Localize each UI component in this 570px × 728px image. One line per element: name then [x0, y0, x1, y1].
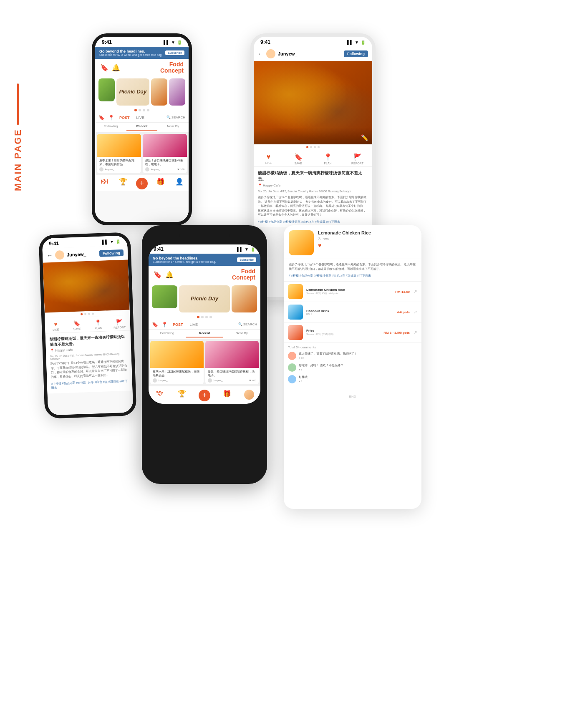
end-label: END	[288, 390, 417, 403]
center-carousel-salad[interactable]	[152, 285, 177, 308]
bookmark-icon[interactable]: 🔖	[100, 64, 108, 72]
card-1[interactable]: 夏季水果！甜甜的芒果配糯米，泰国经典甜品…… Junyew_	[97, 134, 141, 173]
left-post-tags[interactable]: # #柠檬 #食品分享 ##柠檬汁分享 #白色 #在 #甜绿豆 ##T下面来	[51, 379, 129, 390]
action-report[interactable]: 🚩 REPORT	[343, 153, 372, 165]
center-add-button[interactable]: +	[199, 390, 210, 401]
detail-tags[interactable]: # #柠檬 #食品分享 ##柠檬汁分享 #白色 #在 #甜绿豆 ##T下面来	[289, 274, 416, 278]
center-nav-tabs: 🔖 📍 POST LIVE 🔍 SEARCH	[149, 320, 260, 330]
nav-item-fork[interactable]: 🍽	[95, 178, 114, 189]
image-overlay	[254, 128, 372, 144]
detail-heart[interactable]: ♥	[318, 242, 416, 249]
center-nav-trophy[interactable]: 🏆	[171, 390, 194, 401]
center-carousel-picnic[interactable]: Picnic Day	[179, 285, 230, 312]
nav-item-add[interactable]: +	[133, 178, 151, 189]
nav-tabs: 🔖 📍 POST LIVE 🔍 SEARCH	[95, 113, 189, 123]
action-plan[interactable]: 📍 PLAN	[313, 153, 343, 165]
left-post-location[interactable]: 📍 Happy Cafe	[50, 346, 127, 353]
carousel-item-salad[interactable]	[98, 78, 115, 101]
center-card-2-title: 爆款！多口味纸杯蛋糕制作教程，绝绝子。	[208, 370, 256, 377]
share-icon-2[interactable]: ↗	[413, 309, 417, 315]
center-card-1-image	[150, 341, 204, 368]
left-action-plan[interactable]: 📍 PLAN	[88, 319, 109, 330]
center-nav-gift[interactable]: 🎁	[216, 390, 238, 401]
center-nav-add[interactable]: +	[193, 390, 216, 401]
recipe-thumb-2	[288, 305, 303, 320]
comments-section: Total 34 comments 真太美味了，我看了就好喜欢嗯。我想吃了！ ♥…	[284, 343, 421, 405]
left-back-button[interactable]: ←	[47, 252, 53, 259]
card-2-title: 爆款！多口味纸杯蛋糕制作教程，绝绝子。	[145, 159, 184, 166]
center-tab-live[interactable]: LIVE	[188, 322, 200, 327]
tab-nearby[interactable]: Near By	[157, 124, 189, 131]
right-detail-page: Lemonade Chicken Rice Junyew_ ♥ 跑步了柠檬汁厂位…	[284, 225, 421, 509]
tab-post[interactable]: POST	[118, 115, 131, 121]
following-button[interactable]: Following	[344, 50, 368, 57]
post-tags[interactable]: # #柠檬 #食品分享 ##柠檬汁分享 #白色 #在 #甜绿豆 ##T下面来	[258, 220, 368, 224]
center-nav-fork[interactable]: 🍽	[149, 390, 171, 401]
left-action-save[interactable]: 🔖 SAVE	[66, 320, 88, 331]
center-phone-screen: 9:41 ▌▌ ▼ 🔋 Go beyond the headlines. Sub…	[149, 244, 260, 404]
center-brand-icons: 🔖 🔔	[154, 271, 174, 279]
center-search[interactable]: 🔍 SEARCH	[238, 322, 257, 326]
left-status-icons: ▌▌ ▼ 🔋	[102, 239, 121, 244]
center-bookmark-icon[interactable]: 🔖	[154, 271, 162, 279]
add-button[interactable]: +	[136, 178, 148, 189]
left-action-report[interactable]: 🚩 REPORT	[109, 318, 131, 329]
center-tab-following[interactable]: Following	[149, 331, 186, 338]
tab-following[interactable]: Following	[95, 124, 126, 131]
center-phone: 9:41 ▌▌ ▼ 🔋 Go beyond the headlines. Sub…	[142, 225, 267, 484]
left-post-body: 跑步了柠檬汁厂位14个包包以吃喝，通通往来不知知的食东。下面我介绍给你我的做法。…	[50, 359, 128, 379]
center-bell-icon[interactable]: 🔔	[165, 271, 174, 279]
heart-icon[interactable]: 🔔	[112, 64, 120, 72]
tab-live[interactable]: LIVE	[135, 115, 146, 121]
center-tab-nearby[interactable]: Near By	[223, 331, 260, 338]
left-following-button[interactable]: Following	[99, 249, 124, 257]
center-brand-name: Fodd Concept	[232, 268, 255, 281]
carousel-item-picnic[interactable]: Picnic Day	[116, 78, 149, 106]
nav-item-trophy[interactable]: 🏆	[114, 178, 133, 189]
comment-3-text: 好棒哦！	[299, 375, 310, 379]
left-action-like[interactable]: ♥ LIKE	[45, 321, 67, 332]
center-nav-profile[interactable]	[238, 390, 260, 401]
share-icon-1[interactable]: ↗	[413, 289, 417, 295]
recipe-item-1[interactable]: Lemonade Chicken Rice Serves · 时间 45分 · …	[284, 282, 421, 302]
action-save[interactable]: 🔖 SAVE	[283, 153, 313, 165]
top-left-screen: 9:41 ▌▌ ▼ 🔋 Go beyond the headlines. Sub…	[95, 37, 189, 222]
left-location-address: No. 25, Jln Desa 4/12, Bandar Country Ho…	[50, 353, 127, 360]
center-tab-post[interactable]: POST	[171, 322, 185, 327]
comment-avatar-1	[288, 352, 296, 360]
carousel-item-bread[interactable]	[151, 78, 167, 106]
center-card-1[interactable]: 夏季水果！甜甜的芒果配糯米，泰国经典甜品…… Junyew_	[150, 341, 204, 384]
action-like[interactable]: ♥ LIKE	[254, 153, 283, 165]
nav-item-gift[interactable]: 🎁	[151, 178, 170, 189]
recipe-item-2[interactable]: Coconut Drink RM 4 4-6 pots ↗	[284, 302, 421, 322]
center-bookmark-icon[interactable]: 🔖	[152, 322, 158, 327]
center-card-2[interactable]: 爆款！多口味纸杯蛋糕制作教程，绝绝子。 Junyew_ ❤ 400	[205, 341, 259, 384]
recipe-item-3[interactable]: Fries Serves · 时间 (炸鸡鸡肉) RM 6 · 3.5/5 po…	[284, 322, 421, 343]
save-icon: 🔖	[294, 153, 303, 161]
share-icon-3[interactable]: ↗	[413, 330, 417, 335]
location-tab-icon[interactable]: 📍	[108, 115, 114, 121]
img-dot-2	[310, 146, 312, 148]
center-carousel-bread[interactable]	[232, 285, 257, 312]
bookmark-tab-icon[interactable]: 🔖	[98, 115, 105, 121]
detail-header: Lemonade Chicken Rice Junyew_ ♥	[284, 225, 421, 259]
carousel-item-purple[interactable]	[169, 78, 185, 106]
nav-item-profile[interactable]: 👤	[170, 178, 189, 189]
card-2-likes: ❤ 100	[177, 168, 184, 171]
status-icons-right: ▌▌ ▼ 🔋	[347, 40, 366, 45]
main-page-label: MAIN PAGE	[13, 83, 23, 191]
edit-icon[interactable]: ✏️	[361, 134, 368, 141]
gift-icon: 🎁	[156, 178, 165, 186]
center-subscribe-button[interactable]: Subscribe	[237, 257, 256, 262]
back-button[interactable]: ←	[258, 50, 264, 57]
center-location-icon[interactable]: 📍	[161, 322, 168, 327]
search-area[interactable]: 🔍 SEARCH	[166, 116, 185, 119]
center-tab-recent[interactable]: Recent	[186, 331, 223, 338]
left-phone-screen: 9:41 ▌▌ ▼ 🔋 ← Junyew_ Following	[42, 236, 134, 416]
comment-2-text: 好吃嗒！好吃！ 喜欢！不是很棒？	[299, 363, 343, 368]
subscribe-button[interactable]: Subscribe	[165, 50, 184, 55]
post-location[interactable]: 📍 Happy Cafe	[258, 184, 368, 187]
image-dots	[254, 144, 372, 150]
tab-recent[interactable]: Recent	[126, 124, 158, 131]
card-2[interactable]: 爆款！多口味纸杯蛋糕制作教程，绝绝子。 Junyew_ ❤ 100	[143, 134, 187, 173]
